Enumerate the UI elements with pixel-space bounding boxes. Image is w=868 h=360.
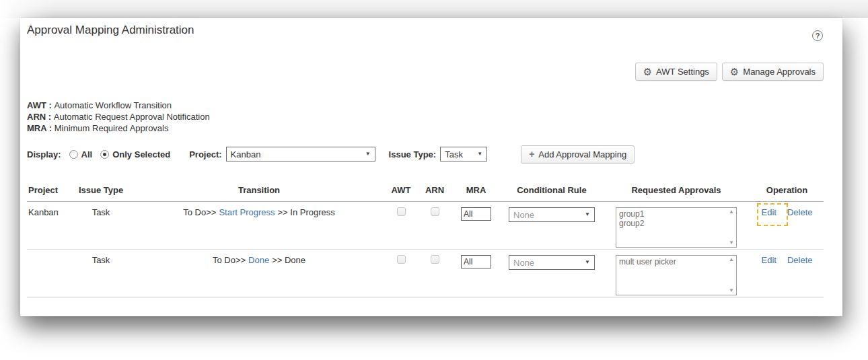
caret-down-icon: ▼ [585,212,590,217]
requested-approvals-listbox[interactable]: group1 group2 ▲ ▼ [616,207,737,248]
conditional-rule-cell: None ▼ [501,250,602,297]
mra-input[interactable] [461,207,491,221]
requested-approvals-value: group1 group2 [619,209,725,228]
legend-term: ARN [27,112,46,122]
arn-checkbox[interactable] [431,255,439,264]
legend-item-awt: AWT : Automatic Workflow Transition [27,100,210,111]
awt-settings-button[interactable]: ⚙ AWT Settings [635,63,717,81]
arn-cell [419,202,451,250]
conditional-rule-select[interactable]: None ▼ [509,207,595,222]
legend-item-arn: ARN : Automatic Request Approval Notific… [27,111,210,122]
col-header-issue-type: Issue Type [67,185,135,202]
scroll-up-icon[interactable]: ▲ [729,257,734,262]
issue-type-select[interactable]: Task ▼ [440,147,487,161]
delete-link[interactable]: Delete [787,255,813,265]
toolbar: ⚙ AWT Settings ⚙ Manage Approvals [635,63,824,81]
col-header-mra: MRA [451,185,501,202]
conditional-rule-value: None [513,210,534,220]
requested-approvals-listbox[interactable]: mult user picker ▲ ▼ [616,255,737,295]
scroll-down-icon[interactable]: ▼ [729,288,734,293]
radio-all-label[interactable]: All [81,149,93,159]
add-approval-mapping-button[interactable]: + Add Approval Mapping [521,145,635,164]
awt-cell [384,250,419,297]
manage-approvals-button[interactable]: ⚙ Manage Approvals [722,63,824,81]
project-select-value: Kanban [231,149,261,159]
legend-separator: : [46,100,55,110]
legend-term: AWT [27,100,46,110]
col-header-project: Project [27,185,67,202]
issue-type-select-value: Task [445,149,463,159]
transition-from: To Do>> [213,255,246,265]
edit-link[interactable]: Edit [762,255,776,265]
project-label: Project: [189,149,221,159]
transition-link[interactable]: Start Progress [219,207,275,217]
add-approval-mapping-label: Add Approval Mapping [538,149,626,159]
requested-approvals-value: mult user picker [619,257,725,266]
manage-approvals-label: Manage Approvals [743,67,816,77]
page-title: Approval Mapping Administration [27,24,194,37]
issue-type-cell: Task [67,202,135,250]
requested-approvals-cell: mult user picker ▲ ▼ [602,250,750,297]
awt-checkbox[interactable] [397,255,406,264]
scroll-up-icon[interactable]: ▲ [729,209,734,215]
gear-icon: ⚙ [730,67,739,77]
plus-icon: + [529,149,534,159]
filters-bar: Display: All Only Selected Project: Kanb… [27,145,635,163]
awt-checkbox[interactable] [397,207,406,216]
caret-down-icon: ▼ [365,151,371,157]
help-icon[interactable]: ? [812,30,823,41]
transition-cell: To Do>>Start Progress>> In Progress [135,202,384,250]
radio-only-selected-label[interactable]: Only Selected [112,149,170,159]
mra-cell [451,202,501,250]
col-header-operation: Operation [750,185,824,202]
issue-type-cell: Task [67,250,135,297]
radio-only-selected[interactable] [100,150,109,159]
project-cell [27,250,67,297]
requested-approvals-cell: group1 group2 ▲ ▼ [602,202,750,250]
gear-icon: ⚙ [643,67,652,77]
legend-separator: : [46,112,54,122]
top-shadow-band [0,0,868,18]
issue-type-label: Issue Type: [389,149,437,159]
edit-link-wrap: Edit [762,207,776,217]
table-row: Kanban Task To Do>>Start Progress>> In P… [27,202,824,250]
col-header-arn: ARN [419,185,451,202]
conditional-rule-select[interactable]: None ▼ [509,255,595,270]
legend-definition: Automatic Request Approval Notification [54,112,210,122]
help-glyph: ? [816,32,820,40]
transition-cell: To Do>>Done>> Done [135,250,384,297]
mra-cell [451,250,501,297]
operation-cell: Edit Delete [750,202,824,250]
legend-definition: Minimum Required Approvals [55,123,169,133]
col-header-requested-approvals: Requested Approvals [602,185,750,202]
col-header-conditional-rule: Conditional Rule [501,185,602,202]
delete-link[interactable]: Delete [787,207,813,217]
scroll-down-icon[interactable]: ▼ [729,240,734,246]
edit-link[interactable]: Edit [762,207,776,217]
edit-link-wrap: Edit [762,255,776,265]
transition-link[interactable]: Done [248,255,269,265]
radio-all[interactable] [69,150,78,159]
mra-input[interactable] [461,255,491,268]
operation-cell: Edit Delete [750,250,824,297]
caret-down-icon: ▼ [477,151,482,157]
approval-mappings-table-wrap: Project Issue Type Transition AWT ARN MR… [27,185,824,297]
col-header-awt: AWT [384,185,419,202]
conditional-rule-value: None [513,258,534,268]
approval-mappings-table: Project Issue Type Transition AWT ARN MR… [27,185,824,297]
transition-to: >> Done [272,255,305,265]
awt-cell [384,202,419,250]
legend-item-mra: MRA : Minimum Required Approvals [27,122,210,134]
approval-mapping-panel: Approval Mapping Administration ? ⚙ AWT … [20,18,842,316]
col-header-transition: Transition [135,185,384,202]
arn-checkbox[interactable] [431,207,439,216]
awt-settings-label: AWT Settings [656,67,709,77]
legend-term: MRA [27,123,46,133]
legend: AWT : Automatic Workflow Transition ARN … [27,100,210,134]
conditional-rule-cell: None ▼ [501,202,602,250]
project-select[interactable]: Kanban ▼ [226,147,375,161]
project-cell: Kanban [27,202,67,250]
legend-separator: : [46,123,55,133]
arn-cell [419,250,451,297]
display-label: Display: [27,149,61,159]
